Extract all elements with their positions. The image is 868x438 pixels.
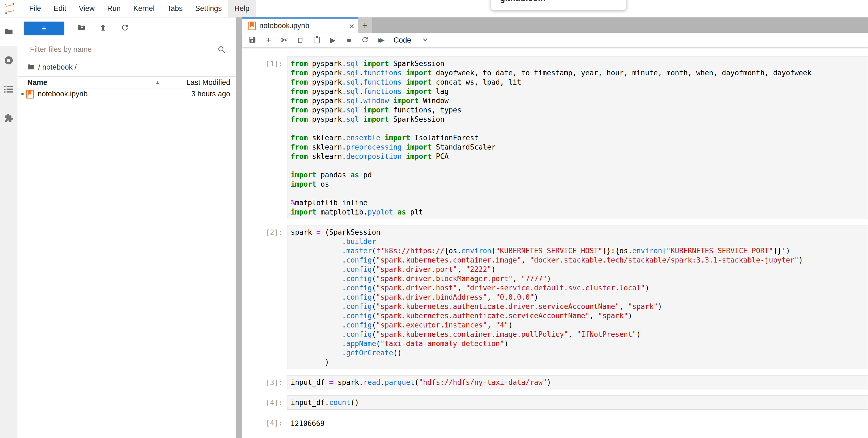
close-tab-icon[interactable]: × xyxy=(349,21,354,31)
column-header-name[interactable]: Name xyxy=(27,78,48,87)
notebook-cells: [1]:from pyspark.sql import SparkSession… xyxy=(242,47,868,438)
chevron-down-icon xyxy=(422,39,429,44)
file-browser-toolbar: + xyxy=(18,21,236,35)
code-line: .config("spark.kubernetes.container.imag… xyxy=(291,330,868,339)
breadcrumb-path: / notebook / xyxy=(38,63,76,71)
notebook-file-icon xyxy=(26,90,34,98)
tab-notebook[interactable]: notebook.ipynb × xyxy=(242,18,358,33)
sidebar-tab-table-of-contents[interactable] xyxy=(0,75,18,104)
new-launcher-button[interactable]: + xyxy=(24,22,64,35)
file-last-modified: 3 hours ago xyxy=(191,90,230,98)
new-tab-button[interactable]: + xyxy=(358,18,372,33)
code-line: from sklearn.decomposition import PCA xyxy=(291,152,868,161)
cell-type-label[interactable]: Code xyxy=(394,36,411,45)
code-cell: [4]:input_df.count() xyxy=(242,396,868,410)
cell-output-prompt: [4]: xyxy=(242,416,287,430)
file-list-item[interactable]: notebook.ipynb 3 hours ago xyxy=(18,88,236,100)
menu-file[interactable]: File xyxy=(23,0,48,17)
code-line: 12106669 xyxy=(290,419,868,428)
jupyter-logo-icon xyxy=(4,3,15,15)
code-line: import matplotlib.pyplot as plt xyxy=(291,207,868,217)
code-line xyxy=(291,124,868,133)
interrupt-kernel-button[interactable]: ■ xyxy=(341,33,357,47)
run-cell-button[interactable]: ▶ xyxy=(325,33,341,47)
code-line: .config("spark.driver.host", "driver-ser… xyxy=(291,283,868,293)
dialog-site-label: github.com xyxy=(500,0,546,3)
upload-icon xyxy=(99,23,107,33)
cell-editor[interactable]: input_df = spark.read.parquet("hdfs://hd… xyxy=(287,375,868,389)
notebook-tab-icon xyxy=(248,22,256,30)
menu-kernel[interactable]: Kernel xyxy=(127,0,161,17)
cell-editor[interactable]: spark = (SparkSession .builder .master(f… xyxy=(287,225,868,369)
save-button[interactable] xyxy=(244,33,260,47)
code-line xyxy=(291,161,868,170)
paste-cells-button[interactable] xyxy=(309,33,325,47)
file-name: notebook.ipynb xyxy=(38,90,191,98)
menu-view[interactable]: View xyxy=(72,0,101,17)
tab-bar: notebook.ipynb × + xyxy=(242,18,868,33)
jupyterlab-app: File Edit View Run Kernel Tabs Settings … xyxy=(0,0,868,438)
cell-editor[interactable]: from pyspark.sql import SparkSessionfrom… xyxy=(287,57,868,219)
menu-tabs[interactable]: Tabs xyxy=(161,0,189,17)
code-line: .config("spark.kubernetes.container.imag… xyxy=(291,256,868,265)
home-folder-icon xyxy=(27,63,35,71)
restart-run-all-button[interactable]: ▶▶ xyxy=(373,33,389,47)
menu-run[interactable]: Run xyxy=(101,0,127,17)
list-icon xyxy=(4,85,13,95)
code-line: .master(f'k8s://https://{os.environ["KUB… xyxy=(291,246,868,256)
run-icon: ▶ xyxy=(330,36,336,45)
insert-cell-button[interactable]: + xyxy=(260,33,277,47)
new-folder-icon xyxy=(77,23,86,33)
search-icon xyxy=(217,45,225,54)
cell-editor[interactable]: input_df.count() xyxy=(287,396,868,410)
code-line: .config("spark.driver.bindAddress", "0.0… xyxy=(291,293,868,302)
code-line: input_df.count() xyxy=(291,398,868,407)
code-line: ) xyxy=(291,357,868,367)
panel-resize-handle[interactable] xyxy=(236,18,242,438)
code-line: from sklearn.ensemble import IsolationFo… xyxy=(291,133,868,142)
cell-type-dropdown[interactable] xyxy=(422,36,429,44)
code-line: from pyspark.sql import SparkSession xyxy=(291,59,868,68)
file-browser-panel: + xyxy=(18,18,236,438)
refresh-button[interactable] xyxy=(120,24,129,33)
main-dock-panel: notebook.ipynb × + + ✂ xyxy=(242,18,868,438)
breadcrumb[interactable]: / notebook / xyxy=(27,62,76,72)
sidebar-tab-running-kernels[interactable] xyxy=(0,47,18,75)
stop-circle-icon xyxy=(4,56,13,66)
stop-icon: ■ xyxy=(347,36,351,45)
sidebar-tab-extensions[interactable] xyxy=(0,104,18,133)
code-line: from pyspark.sql.functions import lag xyxy=(291,87,868,96)
code-line: .config("spark.kubernetes.authenticate.d… xyxy=(291,302,868,311)
upload-button[interactable] xyxy=(98,24,108,33)
menu-bar: File Edit View Run Kernel Tabs Settings … xyxy=(0,0,868,18)
browser-dialog-popup[interactable]: github.com xyxy=(491,0,626,10)
scissors-icon: ✂ xyxy=(281,35,288,45)
code-line: from pyspark.sql import SparkSession xyxy=(291,115,868,124)
notebook-toolbar: + ✂ ▶ ■ ▶ xyxy=(242,33,868,47)
code-line: input_df = spark.read.parquet("hdfs://hd… xyxy=(291,378,868,387)
restart-kernel-button[interactable] xyxy=(357,33,373,47)
menu-edit[interactable]: Edit xyxy=(48,0,73,17)
workspace: + xyxy=(0,18,868,438)
tab-title: notebook.ipynb xyxy=(259,22,349,30)
new-folder-button[interactable] xyxy=(76,24,86,33)
menu-items: File Edit View Run Kernel Tabs Settings … xyxy=(23,0,256,17)
code-line: from pyspark.sql.functions import dayofw… xyxy=(291,68,868,78)
cell-output-text: 12106669 xyxy=(287,416,868,430)
cut-cells-button[interactable]: ✂ xyxy=(277,33,292,47)
column-header-last-modified[interactable]: Last Modified xyxy=(186,78,230,87)
menu-settings[interactable]: Settings xyxy=(189,0,228,17)
cell-input-prompt: [4]: xyxy=(242,396,287,410)
cell-input-prompt: [1]: xyxy=(242,57,287,219)
copy-cells-button[interactable] xyxy=(292,33,309,47)
file-filter-input[interactable] xyxy=(25,45,217,54)
sidebar-tab-file-browser[interactable] xyxy=(0,18,18,47)
code-line: from pyspark.sql import functions, types xyxy=(291,105,868,115)
puzzle-icon xyxy=(4,114,13,124)
code-line: from pyspark.sql.functions import concat… xyxy=(291,78,868,87)
save-icon xyxy=(248,36,256,45)
code-line: import pandas as pd xyxy=(291,170,868,180)
menu-help[interactable]: Help xyxy=(228,0,256,17)
code-line: .getOrCreate() xyxy=(291,348,868,357)
code-line: from pyspark.sql.window import Window xyxy=(291,96,868,105)
